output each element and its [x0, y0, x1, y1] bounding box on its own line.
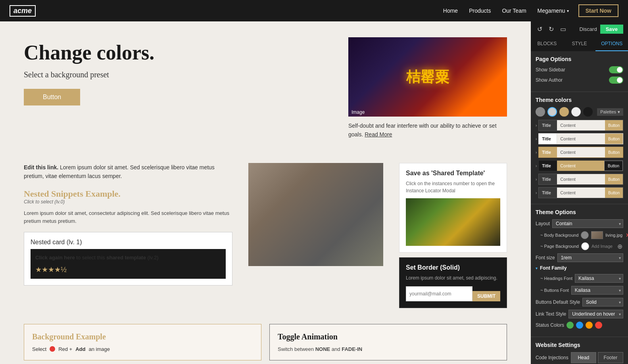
status-dot-orange[interactable] [586, 322, 593, 329]
save-template-title: Save as 'Shared Template' [406, 170, 500, 177]
email-input[interactable] [406, 286, 472, 301]
body-bg-filename: living.jpg [605, 233, 622, 238]
status-colors-label: Status Colors [536, 322, 564, 328]
preset-row-2-content: Content [557, 134, 605, 144]
panel-tabs: BLOCKS STYLE OPTIONS [531, 37, 628, 51]
body-bg-color[interactable] [581, 231, 589, 239]
preset-row-4[interactable]: Title Content Button [538, 160, 623, 171]
code-injections-row: Code Injections Head Footer [536, 352, 623, 363]
save-template-box: Save as 'Shared Template' Click on the i… [399, 163, 507, 253]
logo[interactable]: acme [10, 5, 36, 17]
headings-font-label: ~ Headings Font [536, 276, 572, 281]
palettes-button[interactable]: Palettes ▾ [597, 108, 623, 116]
nav-home[interactable]: Home [443, 8, 458, 14]
save-button[interactable]: Save [600, 25, 623, 34]
preset-row-1-chevron: › [536, 123, 537, 128]
swatch-gold[interactable] [559, 107, 569, 117]
nav-megamenu[interactable]: Megamenu [538, 8, 569, 14]
preset-row-4-content: Content [557, 161, 604, 171]
preset-row-3-chevron: › [536, 150, 537, 155]
page-bg-color[interactable] [581, 242, 589, 250]
color-swatches: Palettes ▾ [536, 107, 623, 117]
head-button[interactable]: Head [571, 352, 596, 363]
discard-button[interactable]: Discard [580, 26, 597, 32]
read-more-link[interactable]: Read More [365, 131, 392, 138]
bg-example-box: Background Example Select Red + Add an i… [24, 324, 261, 360]
section2-middle [248, 163, 383, 308]
content-area: Change colors. Select a background prese… [0, 21, 531, 364]
swatch-light-gray[interactable] [547, 107, 557, 117]
status-dot-blue[interactable] [576, 322, 583, 329]
nested-card[interactable]: Nested card (lv. 1) Click again here to … [24, 232, 232, 285]
preset-row-5-title: Title [539, 174, 557, 184]
body-bg-remove[interactable]: ✕ [625, 232, 628, 238]
buttons-default-select[interactable]: Solid [582, 298, 623, 307]
font-family-row[interactable]: ▾ Font Family [536, 265, 623, 271]
preset-row-2[interactable]: Title Content Button [538, 133, 623, 144]
toggle-desc: Switch between NONE and FADE-IN [278, 346, 499, 352]
click-label: Click to select (lv.0) [24, 199, 232, 205]
swatch-white[interactable] [571, 107, 581, 117]
show-sidebar-toggle[interactable] [609, 66, 623, 73]
link-text-select[interactable]: Underlined on hover [568, 310, 623, 318]
page-bg-add[interactable]: ⊕ [616, 243, 623, 250]
body-bg-label: ~ Body Background [536, 233, 578, 238]
tab-options[interactable]: OPTIONS [595, 37, 628, 51]
preset-rows: › Title Content Button › Title Content B… [536, 120, 623, 199]
page-bg-placeholder: Add Image [592, 244, 614, 249]
buttons-default-label: Buttons Default Style [536, 299, 580, 305]
undo-button[interactable]: ↺ [536, 25, 544, 34]
image-label: an image [88, 346, 109, 352]
nav-products[interactable]: Products [469, 8, 491, 14]
start-now-button[interactable]: Start Now [578, 4, 618, 17]
body-text-1: Edit this link. Lorem ipsum dolor sit am… [24, 163, 232, 181]
template-image [406, 198, 500, 246]
device-toggle-button[interactable]: ▭ [559, 25, 568, 34]
tab-style[interactable]: STYLE [563, 37, 596, 51]
submit-button[interactable]: SUBMIT [472, 291, 500, 301]
headings-font-select[interactable]: Kailasa [575, 274, 623, 283]
toggle-box: Toggle Animation Switch between NONE and… [269, 324, 507, 360]
page-bg-row: ~ Page Background Add Image ⊕ [536, 242, 623, 250]
show-sidebar-label: Show Sidebar [536, 67, 565, 73]
preset-row-5[interactable]: Title Content Button [538, 174, 623, 185]
status-dot-red[interactable] [595, 322, 602, 329]
footer-button[interactable]: Footer [598, 352, 623, 363]
layout-select[interactable]: Contain [552, 219, 623, 228]
show-author-toggle[interactable] [609, 77, 623, 84]
status-dot-green[interactable] [567, 322, 574, 329]
tab-blocks[interactable]: BLOCKS [531, 37, 563, 51]
buttons-font-label: ~ Buttons Font [536, 288, 569, 293]
font-size-select[interactable]: 1rem [557, 253, 623, 262]
website-settings-section: Website Settings Code Injections Head Fo… [531, 337, 628, 364]
buttons-font-select[interactable]: Kailasa [571, 286, 623, 295]
nav-links: Home Products Our Team Megamenu [443, 8, 569, 14]
show-author-label: Show Author [536, 77, 563, 83]
bg-example-title: Background Example [32, 332, 253, 341]
preset-row-1[interactable]: Title Content Button [538, 120, 623, 131]
theme-colors-title: Theme colors [536, 97, 623, 103]
page-options-section: Page Options Show Sidebar Show Author [531, 51, 628, 92]
preset-row-2-chevron: › [536, 137, 537, 141]
status-colors-row: Status Colors [536, 322, 623, 329]
select-label: Select [32, 346, 46, 352]
font-size-row: Font size 1rem [536, 253, 623, 262]
redo-button[interactable]: ↻ [547, 25, 555, 34]
hero-button[interactable]: Button [24, 89, 80, 105]
swatch-black[interactable] [583, 107, 593, 117]
hero-image-caption: Image [351, 109, 365, 115]
preset-row-6-title: Title [539, 188, 557, 198]
preset-row-3[interactable]: Title Content Button [538, 147, 623, 158]
buttons-font-row: ~ Buttons Font Kailasa [536, 286, 623, 295]
headings-font-row: ~ Headings Font Kailasa [536, 274, 623, 283]
right-panel: ↺ ↻ ▭ Discard Save BLOCKS STYLE OPTIONS … [531, 21, 628, 364]
status-dots [567, 322, 602, 329]
hero-left: Change colors. Select a background prese… [24, 37, 332, 139]
theme-options-section: Theme Options Layout Contain ~ Body Back… [531, 204, 628, 337]
nav-our-team[interactable]: Our Team [502, 8, 526, 14]
card-inner-text: Click again here to select this shared t… [35, 254, 221, 262]
bg-example-row: Select Red + Add an image [32, 346, 253, 352]
nested-card-inner[interactable]: Click again here to select this shared t… [31, 249, 226, 279]
preset-row-6[interactable]: Title Content Button [538, 187, 623, 198]
swatch-dark-gray[interactable] [536, 107, 545, 117]
